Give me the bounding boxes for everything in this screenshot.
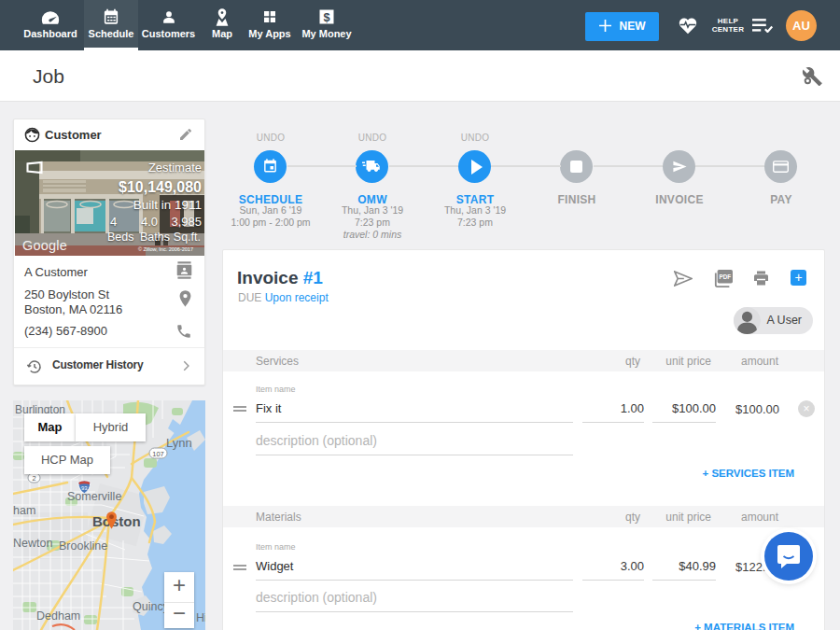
svg-text:PDF: PDF <box>719 273 731 280</box>
svg-text:107: 107 <box>152 450 164 458</box>
svg-text:2: 2 <box>32 474 35 483</box>
svg-text:$: $ <box>323 10 329 24</box>
